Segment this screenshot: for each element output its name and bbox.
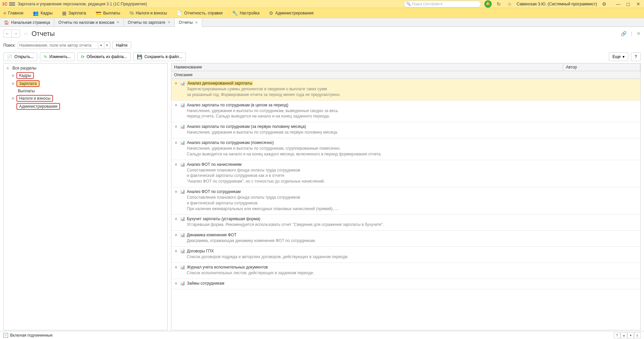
expand-icon[interactable]: ⊕ bbox=[174, 282, 178, 285]
menu-icon: 💳 bbox=[96, 10, 101, 16]
report-row[interactable]: ⊕📊Динамика изменения ФОТДиаграмма, отраж… bbox=[171, 231, 640, 247]
report-description: Список исполнительных листов, действующи… bbox=[174, 270, 638, 276]
current-user[interactable]: Савинская З.Ю. (Системный программист) bbox=[517, 2, 597, 6]
table-header: Наименование Автор bbox=[171, 63, 640, 71]
tab-2[interactable]: Отчеты по зарплате✕ bbox=[124, 18, 175, 27]
menu-label: Зарплата bbox=[68, 11, 86, 15]
search-input[interactable] bbox=[18, 42, 98, 49]
report-title: Анализ ФОТ по начислениям bbox=[187, 162, 241, 167]
column-description: Описание bbox=[171, 71, 640, 79]
report-row[interactable]: ⊕📊Анализ ФОТ по сотрудникамСопоставление… bbox=[171, 187, 640, 214]
column-author[interactable]: Автор bbox=[563, 63, 640, 71]
report-row[interactable]: ⊕📊Анализ ФОТ по начислениямСопоставление… bbox=[171, 160, 640, 187]
find-button[interactable]: Найти bbox=[112, 42, 131, 49]
minimize-icon[interactable]: — bbox=[614, 0, 622, 8]
help-button[interactable]: ? bbox=[631, 52, 641, 61]
edit-button[interactable]: ✎Изменить... bbox=[40, 52, 74, 61]
expand-icon[interactable]: ⊕ bbox=[174, 141, 178, 144]
tab-0[interactable]: 🏠Начальная страница bbox=[0, 18, 54, 27]
nav-back-button[interactable]: ← bbox=[4, 30, 12, 37]
tree-root[interactable]: ⊖ Все разделы bbox=[6, 65, 165, 71]
report-row[interactable]: ⊕📊Журнал учета исполнительных документов… bbox=[171, 263, 640, 279]
favorites-icon[interactable]: ☆ bbox=[506, 0, 513, 8]
tab-1[interactable]: Отчеты по налогам и взносам✕ bbox=[54, 18, 124, 27]
report-icon: 📊 bbox=[180, 216, 185, 221]
report-icon: 📊 bbox=[180, 281, 185, 286]
save-button[interactable]: 💾Сохранить в файл... bbox=[133, 52, 186, 61]
update-button[interactable]: ⟳Обновить из файла... bbox=[77, 52, 130, 61]
expand-icon[interactable]: ⊕ bbox=[11, 74, 15, 77]
report-row[interactable]: ⊕📊Договоры ГПХСписок договоров подряда и… bbox=[171, 247, 640, 263]
menu-label: Администрирование bbox=[275, 11, 314, 15]
search-clear-button[interactable]: ✕ bbox=[104, 42, 110, 49]
menu-icon: 🔧 bbox=[232, 10, 238, 16]
page-close-icon[interactable]: ✕ bbox=[637, 31, 641, 36]
expand-icon[interactable]: ⊕ bbox=[11, 97, 15, 100]
settings-icon[interactable]: ⚙ bbox=[600, 0, 608, 8]
star-icon[interactable]: ☆ bbox=[23, 31, 28, 37]
menu-item-4[interactable]: %Налоги и взносы bbox=[129, 10, 167, 16]
report-icon: 📊 bbox=[180, 189, 185, 194]
expand-icon[interactable]: ⊕ bbox=[174, 163, 178, 166]
menu-icon: ⚙ bbox=[269, 10, 273, 16]
kebab-icon[interactable]: ⋮ bbox=[629, 31, 634, 36]
report-row[interactable]: ⊕📊Анализ депонированной зарплатыЗарегист… bbox=[171, 79, 640, 101]
open-icon: 📄 bbox=[7, 54, 12, 59]
report-description: Устаревшая форма. Рекомендуется использо… bbox=[174, 222, 638, 228]
search-placeholder: Поиск Ctrl+Shift+F bbox=[412, 2, 443, 6]
menu-item-2[interactable]: ▦Зарплата bbox=[62, 10, 86, 16]
expand-icon[interactable]: ⊕ bbox=[174, 103, 178, 107]
report-title: Динамика изменения ФОТ bbox=[187, 233, 236, 237]
collapse-icon[interactable]: ⊖ bbox=[6, 66, 10, 70]
page-header: ← → ☆ Отчеты 🔗 ⋮ ✕ bbox=[0, 27, 644, 40]
report-icon: 📊 bbox=[180, 265, 185, 270]
report-title: Договоры ГПХ bbox=[187, 249, 214, 253]
search-dropdown-button[interactable]: ▾ bbox=[98, 42, 104, 49]
tree-item-4[interactable]: Администрирование bbox=[11, 102, 165, 110]
tab-close-icon[interactable]: ✕ bbox=[167, 20, 170, 25]
expand-icon[interactable]: ⊕ bbox=[174, 82, 178, 85]
report-title: Бухучет зарплаты (устаревшая форма) bbox=[187, 216, 260, 221]
link-icon[interactable]: 🔗 bbox=[621, 31, 627, 36]
report-description: Диаграмма, отражающая динамику изменения… bbox=[174, 238, 638, 244]
hamburger-icon[interactable] bbox=[9, 1, 15, 7]
more-button[interactable]: Еще ▾ bbox=[609, 52, 628, 61]
maximize-icon[interactable]: ◻ bbox=[625, 0, 632, 8]
expand-icon[interactable]: ⊕ bbox=[174, 190, 178, 193]
tab-label: Отчеты по зарплате bbox=[128, 20, 165, 25]
expand-icon[interactable]: ⊕ bbox=[174, 265, 178, 269]
nav-forward-button[interactable]: → bbox=[12, 30, 20, 37]
expand-icon[interactable]: ⊕ bbox=[11, 82, 15, 85]
tab-3[interactable]: Отчеты✕ bbox=[175, 18, 202, 27]
report-row[interactable]: ⊕📊Анализ зарплаты по сотрудникам (за пер… bbox=[171, 122, 640, 138]
open-button[interactable]: 📄Открыть... bbox=[3, 52, 37, 61]
expand-icon[interactable]: ⊕ bbox=[174, 125, 178, 128]
expand-icon[interactable]: ⊕ bbox=[174, 217, 178, 221]
tab-close-icon[interactable]: ✕ bbox=[116, 20, 119, 25]
report-row[interactable]: ⊕📊Анализ зарплаты по сотрудникам (помеся… bbox=[171, 138, 640, 160]
report-row[interactable]: ⊕📊Займы сотрудникам bbox=[171, 279, 640, 289]
global-search-input[interactable]: 🔍 Поиск Ctrl+Shift+F bbox=[404, 1, 481, 7]
menu-item-5[interactable]: 📄Отчетность, справки bbox=[176, 10, 223, 16]
tree-item-1[interactable]: ⊕Зарплата bbox=[11, 80, 165, 88]
menu-item-1[interactable]: 👥Кадры bbox=[33, 10, 53, 16]
tree-item-label: Зарплата bbox=[16, 80, 40, 87]
menu-item-0[interactable]: ≡Главное bbox=[3, 10, 23, 16]
report-row[interactable]: ⊕📊Бухучет зарплаты (устаревшая форма)Уст… bbox=[171, 214, 640, 231]
menu-item-3[interactable]: 💳Выплаты bbox=[96, 10, 120, 16]
close-icon[interactable]: ✕ bbox=[635, 0, 642, 8]
menu-item-6[interactable]: 🔧Настройка bbox=[232, 10, 260, 16]
expand-icon[interactable]: ⊕ bbox=[174, 233, 178, 237]
expand-icon[interactable]: ⊕ bbox=[174, 249, 178, 253]
tree-item-3[interactable]: ⊕Налоги и взносы bbox=[11, 94, 165, 102]
report-list[interactable]: ⊕📊Анализ депонированной зарплатыЗарегист… bbox=[171, 79, 640, 330]
tree-item-2[interactable]: Выплаты bbox=[11, 88, 165, 94]
tree-item-0[interactable]: ⊕Кадры bbox=[11, 71, 165, 80]
report-row[interactable]: ⊕📊Анализ зарплаты по сотрудникам (в цело… bbox=[171, 101, 640, 123]
column-name[interactable]: Наименование bbox=[171, 63, 563, 71]
tree-item-label: Кадры bbox=[16, 72, 34, 79]
menu-item-7[interactable]: ⚙Администрирование bbox=[269, 10, 314, 16]
tab-close-icon[interactable]: ✕ bbox=[195, 20, 198, 25]
history-icon[interactable]: ↻ bbox=[495, 0, 502, 8]
notifications-icon[interactable]: 🔔 bbox=[484, 0, 492, 8]
